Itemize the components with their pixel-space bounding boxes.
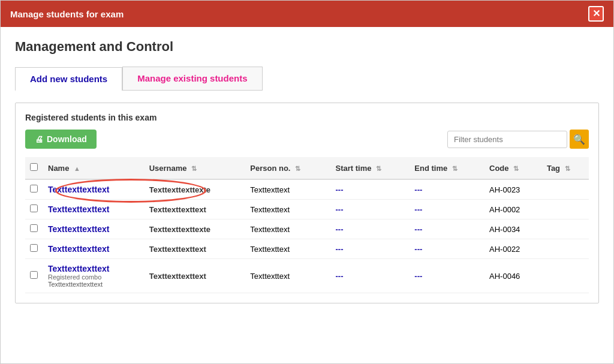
row-checkbox[interactable] <box>30 224 38 232</box>
modal-body: Management and Control Add new students … <box>1 27 613 315</box>
username-cell: Texttexttexttexte <box>145 219 246 239</box>
table-row: Texttexttexttext Texttexttexttext Textte… <box>25 239 589 259</box>
name-cell: Texttexttexttext <box>43 179 145 200</box>
end-time-cell: --- <box>410 219 484 239</box>
row-checkbox-cell <box>25 179 43 200</box>
end-time-cell: --- <box>410 239 484 259</box>
end-time-cell: --- <box>410 179 484 200</box>
end-time-sort-icon[interactable]: ⇅ <box>452 165 458 172</box>
header-name: Name ▲ <box>43 157 145 179</box>
start-time-sort-icon[interactable]: ⇅ <box>376 165 381 172</box>
select-all-checkbox[interactable] <box>30 163 38 171</box>
name-cell: Texttexttexttext Registered combo Textte… <box>43 259 145 293</box>
header-start-time: Start time ⇅ <box>330 157 410 179</box>
header-person-no: Person no. ⇅ <box>245 157 330 179</box>
filter-container: 🔍 <box>447 130 589 149</box>
tabs-container: Add new students Manage existing student… <box>15 67 599 91</box>
username-cell: Texttexttexttext <box>145 259 246 293</box>
tab-add-students[interactable]: Add new students <box>15 67 122 91</box>
page-title: Management and Control <box>15 39 599 55</box>
header-code: Code ⇅ <box>484 157 542 179</box>
table-row: Texttexttexttext Texttexttexttexte Textt… <box>25 179 589 200</box>
table-row: Texttexttexttext Registered combo Textte… <box>25 259 589 293</box>
modal-title: Manage students for exam <box>10 9 124 19</box>
row-checkbox-cell <box>25 239 43 259</box>
tag-cell <box>542 200 589 219</box>
download-button[interactable]: 🖨 Download <box>25 130 97 149</box>
person-no-sort-icon[interactable]: ⇅ <box>295 165 300 172</box>
start-time-cell: --- <box>330 179 410 200</box>
tag-cell <box>542 219 589 239</box>
row-checkbox[interactable] <box>30 244 38 252</box>
row-checkbox[interactable] <box>30 185 38 192</box>
end-time-cell: --- <box>410 200 484 219</box>
code-sort-icon[interactable]: ⇅ <box>513 165 519 172</box>
code-cell: AH-0022 <box>484 239 542 259</box>
filter-button[interactable]: 🔍 <box>570 130 589 149</box>
table-row: Texttexttexttext Texttexttexttexte Textt… <box>25 219 589 239</box>
username-sort-icon[interactable]: ⇅ <box>191 165 197 172</box>
header-end-time: End time ⇅ <box>410 157 484 179</box>
toolbar: 🖨 Download 🔍 <box>25 130 589 149</box>
start-time-cell: --- <box>330 200 410 219</box>
filter-input[interactable] <box>447 131 567 148</box>
tag-sort-icon[interactable]: ⇅ <box>565 165 570 172</box>
person-no-cell: Texttexttext <box>245 219 330 239</box>
code-cell: AH-0002 <box>484 200 542 219</box>
row-checkbox[interactable] <box>30 271 38 279</box>
table-row: Texttexttexttext Texttexttexttext Textte… <box>25 200 589 219</box>
name-cell: Texttexttexttext <box>43 239 145 259</box>
end-time-cell: --- <box>410 259 484 293</box>
start-time-cell: --- <box>330 219 410 239</box>
start-time-cell: --- <box>330 239 410 259</box>
table-body: Texttexttexttext Texttexttexttexte Textt… <box>25 179 589 293</box>
header-tag: Tag ⇅ <box>542 157 589 179</box>
content-section: Registered students in this exam 🖨 Downl… <box>15 103 599 303</box>
person-no-cell: Texttexttext <box>245 179 330 200</box>
person-no-cell: Texttexttext <box>245 239 330 259</box>
printer-icon: 🖨 <box>35 134 43 144</box>
name-cell: Texttexttexttext <box>43 219 145 239</box>
tag-cell <box>542 259 589 293</box>
section-label: Registered students in this exam <box>25 113 589 122</box>
tag-cell <box>542 239 589 259</box>
row-checkbox-cell <box>25 259 43 293</box>
table-header: Name ▲ Username ⇅ Person no. ⇅ <box>25 157 589 179</box>
search-icon: 🔍 <box>573 134 585 145</box>
name-sort-icon[interactable]: ▲ <box>74 165 80 172</box>
close-button[interactable]: ✕ <box>588 6 604 22</box>
row-checkbox-cell <box>25 219 43 239</box>
row-checkbox-cell <box>25 200 43 219</box>
username-cell: Texttexttexttext <box>145 200 246 219</box>
code-cell: AH-0034 <box>484 219 542 239</box>
tab-manage-students[interactable]: Manage existing students <box>122 67 262 91</box>
row-checkbox[interactable] <box>30 204 38 212</box>
username-cell: Texttexttexttext <box>145 239 246 259</box>
name-cell: Texttexttexttext <box>43 200 145 219</box>
start-time-cell: --- <box>330 259 410 293</box>
code-cell: AH-0023 <box>484 179 542 200</box>
header-username: Username ⇅ <box>145 157 246 179</box>
username-cell: Texttexttexttexte <box>145 179 246 200</box>
students-table: Name ▲ Username ⇅ Person no. ⇅ <box>25 157 589 293</box>
header-checkbox-col <box>25 157 43 179</box>
modal-header: Manage students for exam ✕ <box>1 1 613 27</box>
person-no-cell: Texttexttext <box>245 259 330 293</box>
code-cell: AH-0046 <box>484 259 542 293</box>
tag-cell <box>542 179 589 200</box>
person-no-cell: Texttexttext <box>245 200 330 219</box>
